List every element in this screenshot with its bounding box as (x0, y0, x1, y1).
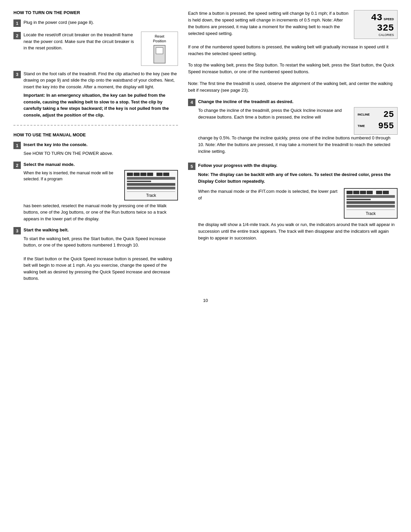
section-manual: HOW TO USE THE MANUAL MODE 1 Insert the … (13, 132, 178, 282)
reset-position-image: ResetPosition (141, 32, 178, 66)
right-step-5: 5 Follow your progress with the display.… (188, 162, 398, 243)
right-para4: Note: The first time the treadmill is us… (188, 80, 398, 94)
seg (147, 173, 153, 176)
section-power: HOW TO TURN ON THE POWER 1 Plug in the p… (13, 10, 178, 118)
display-row-1 (127, 173, 175, 176)
seg (156, 173, 163, 176)
step5-text1: When the manual mode or the iFIT.com mod… (198, 188, 340, 202)
right-step-4-content: Change the incline of the treadmill as d… (198, 98, 398, 157)
power-step-1: 1 Plug in the power cord (see page 8). (13, 19, 178, 27)
seg (163, 173, 169, 176)
speed-number: 43 (371, 12, 382, 23)
manual-step-2: 2 Select the manual mode. When the key i… (13, 161, 178, 222)
power-step-1-content: Plug in the power cord (see page 8). (24, 19, 178, 26)
manual-step-num-3: 3 (13, 227, 21, 234)
manual-step-2-content: Select the manual mode. When the key is … (24, 161, 178, 222)
manual-step-3-content: Start the walking belt. To start the wal… (24, 227, 178, 282)
incline-row-1: INCLINE 25 (358, 109, 394, 120)
incline-unit: INCLINE (358, 113, 370, 116)
speed-top: 43 SPEED (358, 12, 394, 23)
section-manual-title: HOW TO USE THE MANUAL MODE (13, 132, 178, 137)
step5-display-wrap: When the manual mode or the iFIT.com mod… (198, 188, 398, 219)
display-row-5 (127, 187, 175, 189)
power-step-2-text: Locate the reset/off circuit breaker on … (24, 32, 138, 51)
speed-unit: SPEED (383, 17, 394, 21)
seg (376, 191, 382, 194)
manual-step-1: 1 Insert the key into the console. See H… (13, 141, 178, 157)
page-number: 10 (13, 298, 398, 303)
manual-step-1-text: See HOW TO TURN ON THE POWER above. (24, 150, 178, 157)
power-step-3: 3 Stand on the foot rails of the treadmi… (13, 71, 178, 119)
track-display-1: Track (124, 170, 178, 201)
display-row-e (347, 205, 395, 208)
step5-bold: Note: The display can be backlit with an… (198, 171, 398, 185)
section-power-title: HOW TO TURN ON THE POWER (13, 10, 178, 15)
display-row-a (347, 191, 395, 194)
step-num-2: 2 (13, 32, 21, 39)
display-row-2 (127, 177, 175, 180)
manual-step-1-content: Insert the key into the console. See HOW… (24, 141, 178, 157)
seg (360, 191, 366, 194)
seg (353, 191, 359, 194)
manual-step-3-header: Start the walking belt. (24, 227, 178, 233)
incline-number: 25 (383, 109, 394, 120)
manual-step-3-text2: If the Start button or the Quick Speed i… (24, 256, 178, 282)
right-column: Each time a button is pressed, the speed… (188, 10, 398, 288)
step-num-1: 1 (13, 19, 21, 27)
reset-label: ResetPosition (145, 34, 174, 44)
display-row-b (347, 195, 395, 198)
power-step-2: 2 Locate the reset/off circuit breaker o… (13, 32, 178, 66)
seg (383, 191, 389, 194)
step4-text2: change by 0.5%. To change the incline qu… (198, 135, 398, 155)
step-num-3: 3 (13, 71, 21, 78)
manual-step-3: 3 Start the walking belt. To start the w… (13, 227, 178, 282)
time-number: 955 (378, 121, 394, 131)
seg (347, 191, 353, 194)
step5-header: Follow your progress with the display. (198, 162, 398, 169)
power-step-3-content: Stand on the foot rails of the treadmill… (24, 71, 178, 119)
left-column: HOW TO TURN ON THE POWER 1 Plug in the p… (13, 10, 178, 288)
incline-row-2: TIME 955 (358, 121, 394, 131)
display-row-d (347, 201, 395, 204)
manual-step-2-header: Select the manual mode. (24, 161, 178, 168)
power-step-1-text: Plug in the power cord (see page 8). (24, 19, 178, 26)
display-row-c (347, 199, 371, 200)
seg (140, 173, 146, 176)
right-step-4: 4 Change the incline of the treadmill as… (188, 98, 398, 157)
manual-step-num-2: 2 (13, 162, 21, 169)
manual-step-3-text1: To start the walking belt, press the Sta… (24, 235, 178, 249)
display-row-3 (127, 181, 151, 182)
power-step-3-text: Stand on the foot rails of the treadmill… (24, 71, 178, 90)
time-unit: TIME (358, 124, 365, 128)
track-label-1: Track (127, 191, 175, 198)
track-display-2: Track (344, 188, 398, 219)
section-divider (13, 125, 178, 126)
seg (127, 173, 133, 176)
manual-step-1-header: Insert the key into the console. (24, 141, 178, 148)
calories-unit: CALORIES (358, 33, 394, 37)
step4-inner: To change the incline of the treadmill, … (198, 107, 398, 135)
right-step-5-content: Follow your progress with the display. N… (198, 162, 398, 243)
right-para1: Each time a button is pressed, the speed… (188, 10, 349, 37)
manual-step-2-text2: has been selected, reselect the manual m… (24, 203, 178, 222)
power-step-2-content: Locate the reset/off circuit breaker on … (24, 32, 178, 66)
manual-step-num-1: 1 (13, 142, 21, 149)
step5-text2: the display will show a 1/4-mile track. … (198, 221, 398, 241)
speed-section: Each time a button is pressed, the speed… (188, 10, 398, 39)
seg (134, 173, 140, 176)
speed-display: 43 SPEED 325 CALORIES (354, 10, 398, 39)
right-step-num-5: 5 (188, 163, 195, 170)
incline-display: INCLINE 25 TIME 955 (354, 107, 398, 135)
step4-text1: To change the incline of the treadmill, … (198, 107, 350, 121)
power-step-3-bold: Important: In an emergency situation, th… (24, 92, 178, 118)
manual-step-2-text1: When the key is inserted, the manual mod… (24, 170, 121, 182)
calories-number: 325 (358, 23, 394, 33)
step4-header: Change the incline of the treadmill as d… (198, 98, 398, 105)
right-step-num-4: 4 (188, 99, 195, 106)
right-para2: If one of the numbered speed buttons is … (188, 44, 398, 57)
display-row-4 (127, 183, 175, 186)
right-para3: To stop the walking belt, press the Stop… (188, 62, 398, 75)
seg (367, 191, 373, 194)
track-display-top-2 (347, 191, 395, 208)
track-display-top (127, 173, 175, 189)
